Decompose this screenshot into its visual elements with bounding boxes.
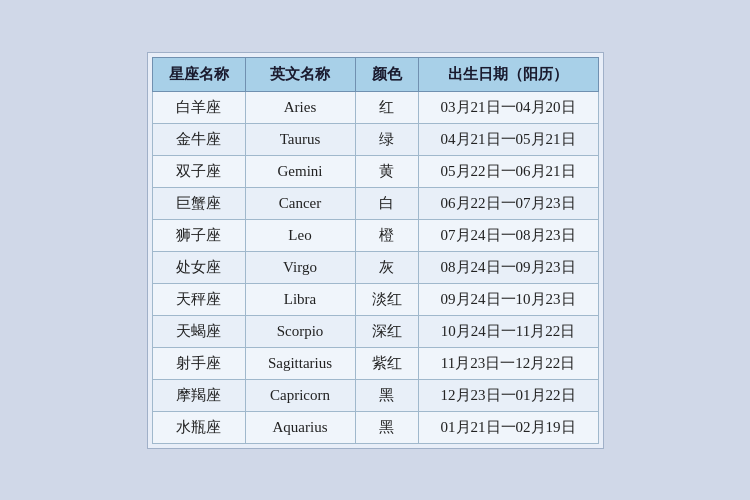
cell-color: 黄 <box>355 155 418 187</box>
cell-english: Aries <box>245 91 355 123</box>
cell-color: 深红 <box>355 315 418 347</box>
cell-date: 08月24日一09月23日 <box>418 251 598 283</box>
cell-color: 淡红 <box>355 283 418 315</box>
table-row: 处女座Virgo灰08月24日一09月23日 <box>152 251 598 283</box>
table-row: 射手座Sagittarius紫红11月23日一12月22日 <box>152 347 598 379</box>
table-row: 双子座Gemini黄05月22日一06月21日 <box>152 155 598 187</box>
zodiac-table-container: 星座名称 英文名称 颜色 出生日期（阳历） 白羊座Aries红03月21日一04… <box>147 52 604 449</box>
cell-color: 橙 <box>355 219 418 251</box>
table-row: 金牛座Taurus绿04月21日一05月21日 <box>152 123 598 155</box>
header-color: 颜色 <box>355 57 418 91</box>
cell-english: Taurus <box>245 123 355 155</box>
cell-chinese: 天秤座 <box>152 283 245 315</box>
cell-color: 黑 <box>355 411 418 443</box>
table-row: 巨蟹座Cancer白06月22日一07月23日 <box>152 187 598 219</box>
table-row: 天秤座Libra淡红09月24日一10月23日 <box>152 283 598 315</box>
cell-english: Leo <box>245 219 355 251</box>
cell-color: 灰 <box>355 251 418 283</box>
cell-english: Cancer <box>245 187 355 219</box>
cell-english: Capricorn <box>245 379 355 411</box>
table-row: 白羊座Aries红03月21日一04月20日 <box>152 91 598 123</box>
cell-english: Gemini <box>245 155 355 187</box>
cell-chinese: 白羊座 <box>152 91 245 123</box>
cell-chinese: 巨蟹座 <box>152 187 245 219</box>
cell-english: Sagittarius <box>245 347 355 379</box>
cell-color: 紫红 <box>355 347 418 379</box>
cell-chinese: 处女座 <box>152 251 245 283</box>
cell-chinese: 狮子座 <box>152 219 245 251</box>
header-english: 英文名称 <box>245 57 355 91</box>
cell-date: 07月24日一08月23日 <box>418 219 598 251</box>
cell-color: 白 <box>355 187 418 219</box>
cell-date: 06月22日一07月23日 <box>418 187 598 219</box>
cell-english: Aquarius <box>245 411 355 443</box>
zodiac-table: 星座名称 英文名称 颜色 出生日期（阳历） 白羊座Aries红03月21日一04… <box>152 57 599 444</box>
table-row: 摩羯座Capricorn黑12月23日一01月22日 <box>152 379 598 411</box>
header-chinese: 星座名称 <box>152 57 245 91</box>
cell-chinese: 水瓶座 <box>152 411 245 443</box>
cell-color: 绿 <box>355 123 418 155</box>
cell-date: 09月24日一10月23日 <box>418 283 598 315</box>
cell-color: 黑 <box>355 379 418 411</box>
cell-date: 03月21日一04月20日 <box>418 91 598 123</box>
table-row: 天蝎座Scorpio深红10月24日一11月22日 <box>152 315 598 347</box>
table-header-row: 星座名称 英文名称 颜色 出生日期（阳历） <box>152 57 598 91</box>
cell-color: 红 <box>355 91 418 123</box>
cell-chinese: 双子座 <box>152 155 245 187</box>
cell-date: 05月22日一06月21日 <box>418 155 598 187</box>
table-row: 狮子座Leo橙07月24日一08月23日 <box>152 219 598 251</box>
cell-chinese: 射手座 <box>152 347 245 379</box>
cell-chinese: 摩羯座 <box>152 379 245 411</box>
cell-date: 10月24日一11月22日 <box>418 315 598 347</box>
header-date: 出生日期（阳历） <box>418 57 598 91</box>
cell-english: Scorpio <box>245 315 355 347</box>
cell-chinese: 金牛座 <box>152 123 245 155</box>
cell-date: 11月23日一12月22日 <box>418 347 598 379</box>
cell-english: Virgo <box>245 251 355 283</box>
table-row: 水瓶座Aquarius黑01月21日一02月19日 <box>152 411 598 443</box>
cell-english: Libra <box>245 283 355 315</box>
cell-date: 01月21日一02月19日 <box>418 411 598 443</box>
cell-chinese: 天蝎座 <box>152 315 245 347</box>
cell-date: 04月21日一05月21日 <box>418 123 598 155</box>
cell-date: 12月23日一01月22日 <box>418 379 598 411</box>
